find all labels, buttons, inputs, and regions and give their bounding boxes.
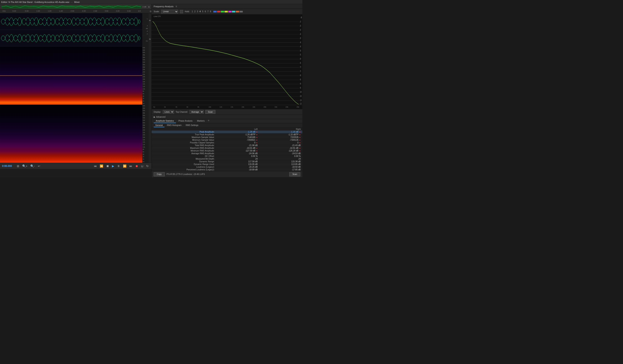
waveform-svg-1 — [1, 13, 140, 30]
row-dyn-range-used-right: 113.85 dB — [259, 163, 302, 166]
scale-icon[interactable] — [180, 10, 183, 13]
svg-text:-65: -65 — [300, 62, 301, 64]
row-max-sample-left: 7140185 ▼ — [216, 136, 259, 139]
hz-2k: 2k — [143, 98, 148, 99]
hold-color-3[interactable] — [221, 11, 224, 12]
transport-bar: 0 dB ≡ — [0, 4, 151, 10]
table-row-loudness: Loudness (Legacy): -20.25 dB -18.50 dB — [152, 166, 302, 168]
hold-color-2[interactable] — [217, 11, 220, 12]
hz-axis-8k: 8k — [198, 106, 199, 108]
amp-stats-menu-icon[interactable]: ≡ — [208, 119, 209, 123]
transport-menu-icon[interactable]: ≡ — [148, 5, 150, 8]
svg-text:-75: -75 — [300, 70, 301, 73]
table-row-dc-offset: DC Offset: 0.00 % 0.00 % — [152, 155, 302, 157]
go-start-btn[interactable]: ⏮ — [93, 164, 97, 168]
main-layout: 0 dB ≡ rms 0:20 0:40 1:00 1:20 1:40 2:00… — [0, 4, 302, 177]
zoom-fit-btn[interactable]: ⊞ — [16, 164, 20, 168]
svg-text:-105: -105 — [300, 95, 302, 98]
play-btn[interactable]: ▶ — [111, 164, 115, 168]
scan-bottom-button[interactable]: Scan — [289, 172, 300, 176]
row-min-rms-left: -127.59 dB ▼ — [216, 150, 259, 152]
row-min-sample-right: -7344135 ▼ — [259, 139, 302, 141]
hold-color-7[interactable] — [236, 11, 239, 12]
waveform-ctrl-R2[interactable]: R — [149, 38, 151, 40]
row-perceived-loudness-left: -18.89 dB — [216, 168, 259, 171]
advanced-arrow-icon[interactable]: ▶ — [154, 116, 155, 118]
stats-table: Left Right Peak Amplitude: -1.26 dB ▼ -1… — [152, 128, 302, 171]
rewind-btn[interactable]: ⏪ — [99, 164, 104, 168]
itu-label: ITU-R BS.1770-3 Loudness: -19.46 LUFS — [166, 173, 205, 175]
loop-btn[interactable]: ↩ — [37, 164, 41, 168]
hold-num-5[interactable]: 5 — [202, 10, 204, 13]
amp-tabs: Amplitude Statistics Phase Analysis Mark… — [152, 119, 302, 123]
row-min-rms-right: -126.28 dB ▼ — [259, 150, 302, 152]
channel-select[interactable]: Average Left Right — [190, 110, 204, 114]
hold-num-7[interactable]: 7 — [207, 10, 209, 13]
row-label-bit-depth: Measured Bit Depth: — [152, 157, 216, 160]
svg-text:-90: -90 — [300, 83, 301, 85]
svg-text:-70: -70 — [300, 66, 301, 68]
hold-num-4[interactable]: 4 — [199, 10, 201, 13]
hz-bottom: Hz — [143, 103, 148, 104]
editor-panel: 0 dB ≡ rms 0:20 0:40 1:00 1:20 1:40 2:00… — [0, 4, 152, 177]
pause-btn[interactable]: ⏸ — [116, 164, 121, 168]
timeline-ruler: rms 0:20 0:40 1:00 1:20 1:40 2:00 2:20 2… — [0, 10, 151, 13]
collapse-btn[interactable]: ⊟ — [150, 10, 151, 12]
waveform-ctrl-R[interactable]: R — [149, 20, 151, 21]
subtab-general[interactable]: General — [154, 124, 164, 127]
table-row-min-rms: Minimum RMS Amplitude: -127.59 dB ▼ -126… — [152, 150, 302, 152]
table-row-avg-rms: Average RMS Amplitude: -24.96 dB -24.53 … — [152, 152, 302, 155]
hold-color-8[interactable] — [240, 11, 243, 12]
hz-36k: 36k — [143, 57, 148, 58]
hold-num-3[interactable]: 3 — [197, 10, 199, 13]
table-row-true-peak: True Peak Amplitude: -1.26 dBTP ▼ -1.15 … — [152, 133, 302, 136]
zoom-in-btn[interactable]: 🔍+ — [22, 164, 28, 168]
hold-num-8[interactable]: 8 — [210, 10, 212, 13]
row-max-sample-right: 7222535 ▼ — [259, 136, 302, 139]
hz-axis-14k: 14k — [230, 106, 233, 108]
hold-label: Hold: — [185, 10, 190, 13]
hold-num-1[interactable]: 1 — [191, 10, 193, 13]
label-db-6-2: -6 — [146, 30, 148, 32]
svg-text:-35: -35 — [300, 37, 301, 40]
subtab-rms-settings[interactable]: RMS Settings — [184, 124, 200, 127]
tab-amplitude-stats[interactable]: Amplitude Statistics — [154, 119, 176, 123]
row-dc-offset-left: 0.00 % — [216, 155, 259, 157]
settings-btn[interactable]: ↻ — [146, 164, 149, 168]
subtab-rms-histogram[interactable]: RMS Histogram — [165, 124, 183, 127]
fa-menu-icon[interactable]: ≡ — [176, 5, 177, 8]
fast-fwd-btn[interactable]: ⏩ — [122, 164, 127, 168]
hold-color-6[interactable] — [232, 11, 235, 12]
hz-20k: 20k — [143, 76, 148, 77]
loop-region-btn[interactable]: ⊔ — [140, 164, 144, 168]
row-dyn-range-left: 117.58 dB — [216, 160, 259, 163]
stop-btn[interactable]: ⏹ — [106, 164, 110, 168]
advanced-label[interactable]: Advanced — [156, 116, 165, 118]
mixer-label: Mixer — [74, 1, 80, 3]
bottom-bar: Copy ITU-R BS.1770-3 Loudness: -19.46 LU… — [152, 171, 302, 177]
hold-color-4[interactable] — [224, 11, 228, 12]
scale-select[interactable]: Linear Logarithmic — [161, 10, 178, 14]
hold-color-swatches — [213, 11, 243, 12]
svg-text:dB: dB — [301, 16, 302, 19]
hz-42k: 42k — [143, 49, 148, 51]
hold-color-5[interactable] — [228, 11, 232, 12]
tab-markers[interactable]: Markers — [195, 119, 207, 123]
hold-num-2[interactable]: 2 — [194, 10, 196, 13]
scan-btn[interactable]: Scan — [205, 110, 216, 114]
ruler-mark-300: 3:00 — [105, 10, 108, 12]
copy-button[interactable]: Copy — [154, 172, 165, 176]
row-dyn-range-used-left: 115.05 dB — [216, 163, 259, 166]
hz-axis-hz: Hz — [153, 106, 155, 108]
svg-text:-40: -40 — [300, 41, 301, 44]
tab-phase-analysis[interactable]: Phase Analysis — [176, 119, 195, 123]
time-display: 0:00.000 — [2, 165, 15, 168]
hold-color-1[interactable] — [213, 11, 217, 12]
display-select[interactable]: Lines Bars — [163, 110, 174, 114]
go-end-btn[interactable]: ⏭ — [129, 164, 133, 168]
hz-axis-22k: 22k — [274, 106, 277, 108]
record-btn[interactable]: ⏺ — [134, 164, 139, 168]
label-hz: Hz — [146, 40, 148, 42]
zoom-out-btn[interactable]: 🔍- — [30, 164, 36, 168]
hold-num-6[interactable]: 6 — [204, 10, 206, 13]
